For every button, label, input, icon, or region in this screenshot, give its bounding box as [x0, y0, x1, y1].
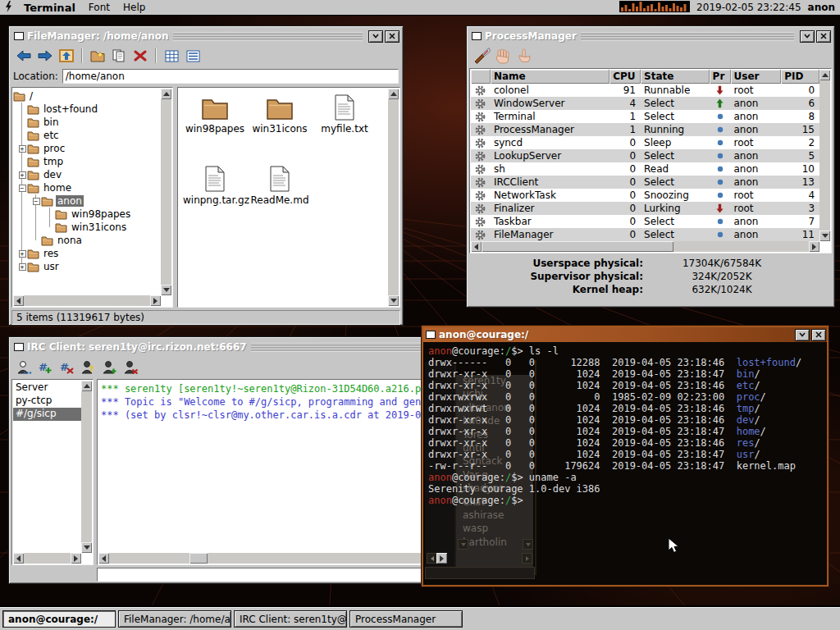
- scroll-button[interactable]: [388, 295, 399, 306]
- column-header-Name[interactable]: Name: [491, 70, 609, 84]
- part-channel-button[interactable]: #: [57, 358, 76, 376]
- system-logo-icon[interactable]: [5, 1, 12, 15]
- list-view-button[interactable]: [183, 47, 203, 65]
- tree-item-res[interactable]: +res: [13, 247, 161, 260]
- scroll-button[interactable]: [471, 241, 482, 252]
- taskbar-button-filemanager-home-anon[interactable]: FileManager: /home/anon: [118, 610, 231, 628]
- whois-button[interactable]: ?: [78, 358, 98, 376]
- column-header-PID[interactable]: PID: [781, 70, 819, 84]
- scroll-button[interactable]: [819, 231, 830, 241]
- process-row-syncd[interactable]: syncd0Sleeproot2: [471, 136, 819, 149]
- process-row-Taskbar[interactable]: Taskbar0Selectanon7: [471, 215, 819, 228]
- filemanager-titlebar[interactable]: FileManager: /home/anon: [11, 29, 400, 43]
- tree-item-win31icons[interactable]: win31icons: [13, 221, 161, 234]
- tree-expander[interactable]: +: [17, 263, 27, 271]
- channel-item-Server[interactable]: Server: [13, 381, 81, 395]
- stop-button[interactable]: [493, 47, 513, 65]
- back-button[interactable]: [14, 47, 34, 65]
- taskbar-button-anon-courage-[interactable]: anon@courage:/: [2, 610, 116, 628]
- file-item-ReadMe-md[interactable]: ReadMe.md: [248, 162, 312, 206]
- tree-item-proc[interactable]: +proc: [13, 142, 161, 155]
- scroll-button[interactable]: [150, 295, 161, 306]
- close-button[interactable]: [385, 30, 399, 43]
- rollup-button[interactable]: [800, 30, 815, 43]
- channel-item--g-sicp[interactable]: #/g/sicp: [13, 408, 81, 421]
- kick-user-button[interactable]: [121, 358, 140, 376]
- kill-button[interactable]: [472, 47, 491, 65]
- tree-expander[interactable]: −: [31, 198, 41, 205]
- chat-horizontal-scrollbar[interactable]: [98, 553, 447, 564]
- scroll-button[interactable]: [71, 553, 81, 564]
- scroll-button[interactable]: [81, 542, 92, 553]
- file-item-winpng-tar-gz[interactable]: winpng.tar.gz: [183, 162, 247, 206]
- channel-item-py-ctcp[interactable]: py-ctcp: [13, 395, 81, 408]
- copy-button[interactable]: [109, 47, 129, 65]
- close-button[interactable]: [816, 30, 831, 43]
- column-header-Pr[interactable]: Pr: [710, 70, 731, 84]
- scroll-thumb[interactable]: [189, 553, 208, 564]
- process-row-FileManager[interactable]: FileManager0Selectanon11: [471, 228, 819, 241]
- file-item-win31icons[interactable]: win31icons: [248, 91, 312, 135]
- menu-font[interactable]: Font: [89, 2, 110, 13]
- scroll-button[interactable]: [13, 553, 24, 564]
- scroll-button[interactable]: [809, 241, 819, 252]
- close-button[interactable]: [811, 329, 826, 341]
- join-channel-button[interactable]: #: [35, 358, 55, 376]
- scroll-button[interactable]: [161, 89, 171, 99]
- scroll-button[interactable]: [819, 70, 830, 80]
- user-chat-button[interactable]: [14, 358, 34, 376]
- taskbar-button-irc-client-seren1ty-i-[interactable]: IRC Client: seren1ty@i...: [234, 610, 347, 628]
- tree-item-win98papes[interactable]: win98papes: [13, 208, 161, 221]
- new-folder-button[interactable]: [88, 47, 107, 65]
- terminal-content[interactable]: seren1tyuchiultraanonim0ndeToresuntilSgn…: [425, 344, 825, 583]
- continue-button[interactable]: [514, 47, 534, 65]
- process-row-Terminal[interactable]: Terminal1Selectanon8: [471, 110, 819, 123]
- taskbar-button-processmanager[interactable]: ProcessManager: [349, 610, 463, 628]
- process-row-WindowServer[interactable]: WindowServer4Selectanon6: [471, 97, 819, 110]
- tree-expander[interactable]: −: [17, 185, 27, 192]
- forward-button[interactable]: [35, 47, 55, 65]
- rollup-button[interactable]: [795, 329, 810, 341]
- process-row-NetworkTask[interactable]: NetworkTask0Snoozingroot4: [471, 189, 819, 202]
- icon-view-button[interactable]: [162, 47, 181, 65]
- tree-expander[interactable]: +: [17, 250, 27, 258]
- scroll-button[interactable]: [81, 381, 92, 391]
- delete-button[interactable]: [130, 47, 150, 65]
- tree-item--[interactable]: /: [13, 89, 161, 103]
- tree-item-lost-found[interactable]: lost+found: [13, 103, 161, 116]
- op-user-button[interactable]: [99, 358, 119, 376]
- column-header-CPU[interactable]: CPU: [609, 70, 641, 84]
- menu-terminal[interactable]: Terminal: [24, 2, 75, 14]
- tree-item-nona[interactable]: nona: [13, 234, 161, 247]
- channels-vertical-scrollbar[interactable]: [81, 381, 92, 553]
- scroll-button[interactable]: [388, 89, 399, 99]
- scroll-button[interactable]: [13, 295, 24, 306]
- tree-horizontal-scrollbar[interactable]: [13, 295, 161, 306]
- process-row-ProcessManager[interactable]: ProcessManager1Runninganon15: [471, 123, 819, 136]
- tree-item-tmp[interactable]: tmp: [13, 155, 161, 168]
- rollup-button[interactable]: [368, 30, 383, 43]
- up-dir-button[interactable]: [57, 47, 76, 65]
- process-row-IRCClient[interactable]: IRCClient0Selectanon13: [471, 176, 819, 189]
- channels-horizontal-scrollbar[interactable]: [13, 553, 81, 564]
- tree-item-anon[interactable]: −anon: [13, 194, 161, 208]
- process-row-sh[interactable]: sh0Readanon10: [471, 162, 819, 176]
- cpu-graph-icon[interactable]: [619, 1, 690, 15]
- table-vertical-scrollbar[interactable]: [819, 70, 830, 241]
- table-horizontal-scrollbar[interactable]: [471, 241, 819, 252]
- menu-help[interactable]: Help: [123, 2, 145, 13]
- process-row-Finalizer[interactable]: Finalizer0Lurkingroot3: [471, 202, 819, 215]
- file-item-myfile-txt[interactable]: myfile.txt: [313, 91, 377, 135]
- tree-item-bin[interactable]: bin: [13, 116, 161, 129]
- column-header-icon[interactable]: [471, 70, 491, 84]
- tree-item-dev[interactable]: +dev: [13, 168, 161, 181]
- processmanager-titlebar[interactable]: ProcessManager: [469, 29, 832, 43]
- terminal-titlebar[interactable]: anon@courage:/: [423, 327, 827, 342]
- tree-item-usr[interactable]: +usr: [13, 260, 161, 273]
- scroll-button[interactable]: [436, 553, 447, 564]
- column-header-User[interactable]: User: [731, 70, 782, 84]
- scroll-button[interactable]: [161, 285, 171, 295]
- location-input[interactable]: [62, 69, 399, 84]
- process-row-LookupServer[interactable]: LookupServer0Selectanon5: [471, 149, 819, 162]
- column-header-State[interactable]: State: [641, 70, 710, 84]
